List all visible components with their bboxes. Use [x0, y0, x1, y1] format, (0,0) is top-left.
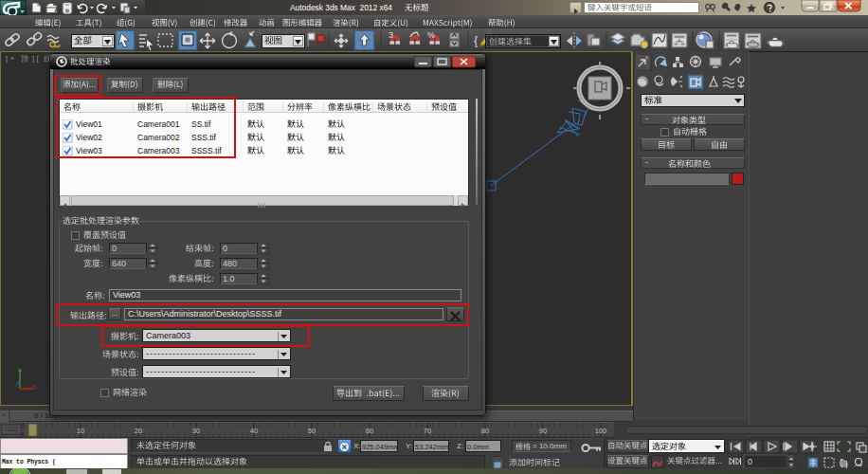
svg-text:{: { [474, 33, 479, 47]
svg-text:90: 90 [539, 427, 547, 435]
svg-text:50: 50 [308, 427, 316, 435]
svg-text:3: 3 [389, 30, 393, 40]
svg-text:30: 30 [192, 427, 200, 435]
svg-text:80: 80 [481, 427, 489, 435]
svg-text:70: 70 [424, 427, 431, 435]
svg-text:20: 20 [135, 427, 142, 435]
svg-text:60: 60 [366, 427, 373, 435]
svg-text:10: 10 [77, 427, 84, 435]
svg-text:%: % [427, 30, 435, 40]
svg-text:100: 100 [595, 427, 607, 435]
svg-text:0: 0 [748, 457, 752, 466]
svg-text:40: 40 [250, 427, 258, 435]
